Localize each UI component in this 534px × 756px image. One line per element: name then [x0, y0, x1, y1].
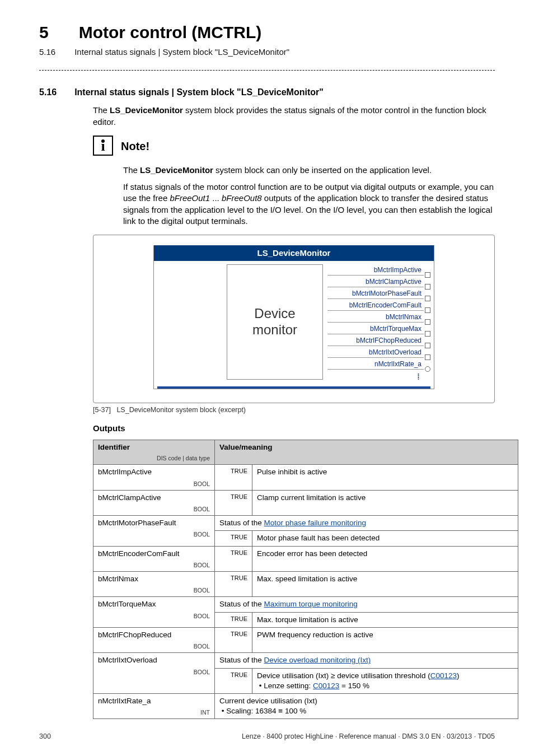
signal-output: bMctrlTorqueMax	[327, 323, 430, 334]
value-flag: TRUE	[215, 612, 252, 627]
chapter-number: 5	[39, 21, 49, 44]
signal-output: bMctrlEncoderComFault	[327, 300, 430, 311]
link-c00123[interactable]: C00123	[430, 671, 457, 680]
identifier: bMctrlNmax	[98, 575, 138, 583]
value-meaning: PWM frequency reduction is active	[252, 627, 518, 652]
datatype: BOOL	[98, 530, 210, 538]
status-line: Status of the Device overload monitoring…	[215, 653, 518, 668]
identifier: bMctrlClampActive	[98, 493, 161, 502]
datatype: BOOL	[98, 480, 210, 488]
outputs-table: Identifier DIS code | data type Value/me…	[93, 440, 518, 719]
text: Status of the	[219, 656, 264, 664]
table-row: nMctrlIxtRate_aINT Current device utilis…	[93, 693, 518, 718]
link-motor-phase-monitoring[interactable]: Motor phase failure monitoring	[264, 519, 366, 527]
text: The	[93, 105, 110, 115]
identifier: bMctrlImpActive	[98, 468, 152, 476]
text: Status of the	[219, 600, 264, 608]
outputs-heading: Outputs	[93, 423, 495, 434]
text: DIS code | data type	[98, 454, 210, 462]
table-row: bMctrlNmaxBOOL TRUE Max. speed limitatio…	[93, 572, 518, 597]
caption-text: LS_DeviceMonitor system block (excerpt)	[116, 406, 246, 414]
signal-output: bMctrlImpActive	[327, 264, 430, 276]
page-footer: 300 Lenze · 8400 protec HighLine · Refer…	[39, 732, 495, 741]
chapter-header: 5 Motor control (MCTRL)	[39, 21, 495, 44]
table-row: bMctrlIxtOverloadBOOL Status of the Devi…	[93, 653, 518, 668]
text-italic: bFreeOut8	[222, 193, 262, 203]
note-block: ı Note!	[93, 136, 495, 156]
value-meaning: Max. speed limitation is active	[252, 572, 518, 597]
identifier: bMctrlEncoderComFault	[98, 549, 180, 558]
value-flag: TRUE	[215, 546, 252, 571]
identifier: bMctrlIxtOverload	[98, 656, 157, 664]
diagram-caption: [5-37] LS_DeviceMonitor system block (ex…	[93, 405, 495, 415]
datatype: BOOL	[98, 612, 210, 620]
value-meaning: Pulse inhibit is active	[252, 465, 518, 490]
status-line: Status of the Motor phase failure monito…	[215, 516, 518, 531]
col-value: Value/meaning	[215, 440, 518, 465]
text-bold: LS_DeviceMonitor	[140, 165, 213, 175]
subchapter-header: 5.16 Internal status signals | System bl…	[39, 46, 495, 58]
table-row: bMctrlClampActiveBOOL TRUE Clamp current…	[93, 490, 518, 515]
text: The	[123, 165, 140, 175]
section-title: Internal status signals | System block "…	[74, 86, 324, 99]
table-header-row: Identifier DIS code | data type Value/me…	[93, 440, 518, 465]
subchapter-number: 5.16	[39, 46, 55, 58]
signal-label: bMctrlNmax	[386, 312, 421, 321]
table-row: bMctrlMotorPhaseFaultBOOL Status of the …	[93, 516, 518, 531]
col-identifier: Identifier DIS code | data type	[93, 440, 215, 465]
diagram-signals: bMctrlImpActive bMctrlClampActive bMctrl…	[327, 264, 430, 380]
text-bold: LS_DeviceMonitor	[110, 105, 183, 115]
value-meaning: Device utilisation (Ixt) ≥ device utilis…	[252, 668, 518, 693]
text: • Lenze setting:	[259, 682, 313, 690]
signal-label: nMctrlIxtRate_a	[374, 360, 421, 368]
signal-label: bMctrlEncoderComFault	[349, 301, 421, 310]
link-max-torque-monitoring[interactable]: Maximum torque monitoring	[264, 600, 358, 608]
value-flag: TRUE	[215, 531, 252, 546]
identifier: bMctrlMotorPhaseFault	[98, 519, 176, 527]
diagram: LS_DeviceMonitor Device monitor bMctrlIm…	[153, 245, 434, 389]
value-flag: TRUE	[215, 572, 252, 597]
chapter-title: Motor control (MCTRL)	[79, 21, 262, 44]
link-c00123[interactable]: C00123	[313, 682, 339, 690]
divider	[39, 70, 495, 71]
value-flag: TRUE	[215, 465, 252, 490]
text: Status of the	[219, 519, 264, 527]
text: Device	[254, 306, 295, 321]
signal-output: bMctrlIxtOverload	[327, 347, 430, 358]
identifier: nMctrlIxtRate_a	[98, 697, 151, 705]
footer-text: Lenze · 8400 protec HighLine · Reference…	[242, 732, 495, 741]
datatype: BOOL	[98, 642, 210, 650]
datatype: BOOL	[98, 505, 210, 513]
note-title: Note!	[121, 139, 149, 156]
section-heading: 5.16 Internal status signals | System bl…	[39, 86, 495, 99]
caption-tag: [5-37]	[93, 406, 111, 414]
text: system block can only be inserted on the…	[213, 165, 432, 175]
table-row: bMctrlFChopReducedBOOL TRUE PWM frequenc…	[93, 627, 518, 652]
text: = 150 %	[339, 682, 369, 690]
datatype: BOOL	[98, 561, 210, 569]
signal-label: bMctrlClampActive	[366, 277, 421, 286]
signal-output: bMctrlNmax	[327, 311, 430, 323]
identifier: bMctrlFChopReduced	[98, 631, 171, 639]
diagram-frame: LS_DeviceMonitor Device monitor bMctrlIm…	[93, 235, 495, 403]
text: ...	[210, 193, 222, 203]
value-meaning: Motor phase fault has been detected	[252, 531, 518, 546]
signal-output: nMctrlIxtRate_a	[327, 358, 430, 370]
table-row: bMctrlEncoderComFaultBOOL TRUE Encoder e…	[93, 546, 518, 571]
text: • Scaling: 16384 ≡ 100 %	[222, 707, 306, 715]
note-text: The LS_DeviceMonitor system block can on…	[123, 165, 495, 227]
signal-output: bMctrlClampActive	[327, 276, 430, 287]
link-device-overload-monitoring[interactable]: Device overload monitoring (Ixt)	[264, 656, 371, 664]
value-meaning: Max. torque limitation is active	[252, 612, 518, 627]
diagram-device-box: Device monitor	[227, 264, 323, 380]
signal-label: bMctrlImpActive	[374, 265, 421, 274]
text-italic: bFreeOut1	[170, 193, 210, 203]
ellipsis-icon: ⁞	[327, 370, 430, 380]
value-flag: TRUE	[215, 668, 252, 693]
table-row: bMctrlImpActiveBOOL TRUE Pulse inhibit i…	[93, 465, 518, 490]
signal-label: bMctrlFChopReduced	[356, 336, 421, 345]
page-number: 300	[39, 732, 51, 741]
info-icon: ı	[93, 136, 113, 156]
datatype: BOOL	[98, 668, 210, 676]
section-number: 5.16	[39, 86, 57, 99]
